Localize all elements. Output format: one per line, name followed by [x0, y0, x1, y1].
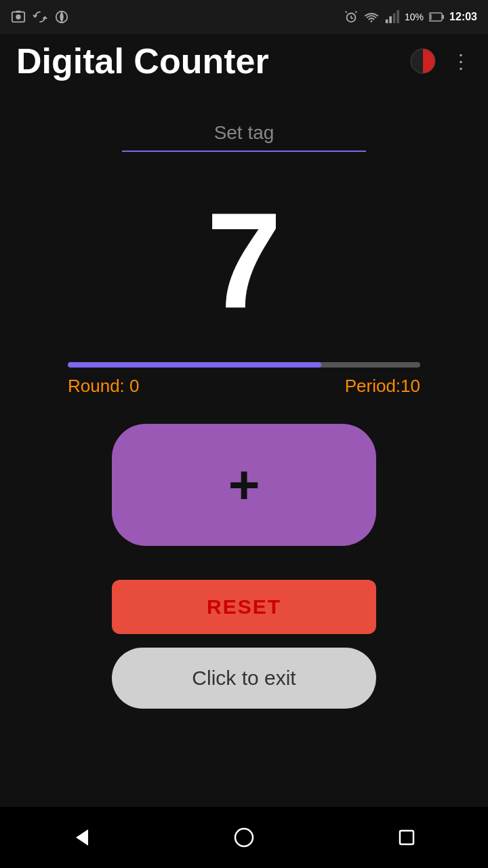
nav-bar — [0, 807, 488, 868]
svg-point-1 — [16, 14, 20, 19]
svg-line-8 — [355, 12, 357, 13]
tag-input-container — [122, 115, 366, 152]
progress-bar-bg — [68, 362, 420, 368]
svg-line-7 — [346, 12, 347, 13]
svg-rect-21 — [400, 831, 413, 844]
tag-input[interactable] — [122, 115, 366, 152]
main-content: 7 Round: 0 Period:10 + RESET Click to ex… — [0, 88, 488, 807]
status-bar: 10% 12:03 — [0, 0, 488, 34]
progress-container: Round: 0 Period:10 — [68, 362, 420, 397]
status-bar-right: 10% 12:03 — [344, 9, 477, 24]
recents-button[interactable] — [390, 821, 424, 854]
app-bar-icons: ⋮ — [408, 46, 472, 76]
svg-marker-19 — [76, 829, 88, 846]
svg-rect-2 — [16, 11, 20, 13]
battery-icon — [429, 9, 444, 24]
battery-percentage: 10% — [405, 12, 424, 22]
svg-rect-15 — [443, 15, 445, 19]
svg-rect-11 — [389, 16, 392, 23]
time-display: 12:03 — [449, 11, 477, 23]
status-bar-left — [11, 9, 69, 24]
exit-label: Click to exit — [192, 667, 296, 690]
app-bar: Digital Counter ⋮ — [0, 34, 488, 88]
exit-button[interactable]: Click to exit — [112, 648, 376, 709]
svg-rect-13 — [396, 10, 399, 23]
more-options-button[interactable]: ⋮ — [451, 50, 472, 73]
app-title: Digital Counter — [16, 41, 269, 81]
theme-toggle-button[interactable] — [408, 46, 438, 76]
increment-button[interactable]: + — [112, 424, 376, 546]
data-icon — [54, 9, 69, 24]
svg-point-9 — [371, 20, 373, 22]
period-label: Period:10 — [345, 376, 420, 397]
wifi-icon — [364, 9, 379, 24]
plus-icon: + — [228, 458, 260, 512]
reset-label: RESET — [207, 595, 281, 618]
alarm-icon — [344, 9, 359, 24]
progress-labels: Round: 0 Period:10 — [68, 376, 420, 397]
svg-rect-16 — [430, 14, 432, 20]
home-button[interactable] — [227, 821, 261, 854]
svg-rect-10 — [386, 20, 388, 23]
back-button[interactable] — [64, 821, 98, 854]
counter-display: 7 — [206, 193, 281, 328]
photo-icon — [11, 9, 26, 24]
reset-button[interactable]: RESET — [112, 580, 376, 634]
signal-icon — [384, 9, 399, 24]
round-label: Round: 0 — [68, 376, 140, 397]
progress-bar-fill — [68, 362, 321, 368]
svg-point-20 — [235, 829, 253, 846]
sync-icon — [33, 9, 47, 24]
svg-rect-12 — [393, 14, 396, 24]
